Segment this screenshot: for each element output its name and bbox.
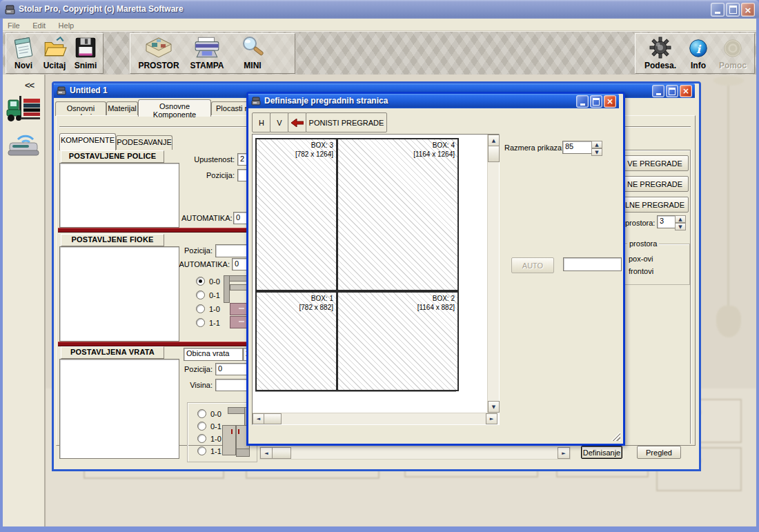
scroll-thumb[interactable] — [272, 447, 291, 459]
menu-edit[interactable]: Edit — [28, 20, 50, 31]
stampa-button[interactable]: STAMPA — [186, 35, 228, 72]
partition-canvas[interactable]: BOX: 3[782 x 1264] BOX: 4[1164 x 1264] B… — [252, 134, 500, 425]
help-icon — [721, 35, 745, 60]
info-icon: i — [687, 35, 710, 60]
prostor-button[interactable]: PROSTOR — [136, 35, 181, 72]
split-vertical-button[interactable]: V — [270, 112, 289, 132]
prostora-item-boxovi[interactable]: pox-ovi — [629, 255, 653, 263]
floppy-icon — [73, 35, 98, 60]
tab-osnovni-podaci[interactable]: Osnovni podaci — [55, 101, 106, 116]
novi-button[interactable]: Novi — [9, 35, 38, 72]
sidebar-collapse-button[interactable]: << — [25, 80, 34, 90]
magnifier-icon — [238, 35, 267, 60]
dialog-close-button[interactable]: × — [604, 95, 616, 108]
prostora-group-title: prostora — [627, 239, 659, 248]
close-button[interactable]: × — [741, 3, 755, 17]
fioke-pozicija-label: Pozicija: — [182, 246, 213, 255]
box-2[interactable]: BOX: 2[1164 x 882] — [337, 291, 459, 391]
dialog-maximize-button[interactable] — [590, 95, 602, 108]
vrata-visina-label: Visina: — [187, 381, 213, 389]
mini-label: MINI — [233, 61, 273, 70]
scroll-left-icon[interactable]: ◄ — [253, 413, 264, 424]
fioke-radio-0-0[interactable]: 0-0 — [196, 277, 220, 286]
mini-button[interactable]: MINI — [233, 35, 273, 72]
menu-file[interactable]: File — [3, 20, 25, 31]
pregled-button[interactable]: Pregled — [637, 446, 681, 459]
toolbar-group-file: Novi Ucitaj Snimi — [6, 33, 103, 74]
scroll-down-icon[interactable]: ▼ — [488, 401, 500, 413]
vrata-radio-0-1[interactable]: 0-1 — [197, 422, 221, 431]
scroll-right-icon[interactable]: ► — [486, 413, 497, 424]
resize-grip[interactable] — [611, 432, 620, 441]
subtab-komponente[interactable]: KOMPONENTE — [59, 133, 116, 150]
razmera-field[interactable]: 85 — [562, 141, 594, 154]
left-sidebar: << — [3, 75, 46, 526]
notepad-icon — [11, 35, 36, 60]
scroll-thumb[interactable] — [264, 413, 282, 424]
pregrade-button-2[interactable]: NE PREGRADE — [621, 176, 689, 192]
canvas-vscrollbar[interactable]: ▲ ▼ — [487, 135, 499, 413]
podesavanja-button[interactable]: Podesa. — [640, 35, 681, 72]
undo-arrow-button[interactable] — [288, 112, 307, 132]
spinner-down-icon[interactable]: ▼ — [591, 148, 602, 156]
police-listbox[interactable] — [59, 163, 179, 228]
vrata-radio-1-1[interactable]: 1-1 — [197, 446, 221, 455]
forklift-icon[interactable] — [6, 92, 41, 124]
box-1[interactable]: BOX: 1[782 x 882] — [255, 291, 337, 391]
ponisti-pregrade-button[interactable]: PONISTI PREGRADE — [306, 112, 387, 132]
prostora-label: prostora: — [625, 219, 655, 227]
fioke-radio-0-1[interactable]: 0-1 — [196, 290, 220, 299]
fioke-listbox[interactable] — [59, 246, 179, 342]
main-window-title: Stolar Pro, Copyright (c) Maretta Softwa… — [19, 4, 184, 14]
scroll-right-icon[interactable]: ► — [558, 447, 570, 459]
pregrade-button-1[interactable]: VE PREGRADE — [621, 155, 689, 171]
scroll-left-icon[interactable]: ◄ — [260, 447, 273, 459]
doc-title: Untitled 1 — [70, 86, 108, 95]
box-3-dim: [782 x 1264] — [295, 150, 333, 159]
spinner-up-icon[interactable]: ▲ — [675, 215, 686, 223]
prostora-item-frontovi[interactable]: frontovi — [629, 267, 653, 275]
box-4-dim: [1164 x 1264] — [413, 150, 455, 159]
tab-materijal[interactable]: Materijal — [106, 101, 138, 116]
tab-osnovne-komponente[interactable]: Osnovne Komponente — [138, 99, 211, 117]
vrata-listbox[interactable] — [59, 359, 179, 459]
dialog-minimize-button[interactable] — [576, 95, 589, 108]
doc-hscrollbar[interactable]: ◄ ► — [259, 446, 571, 460]
room-icon — [143, 35, 175, 60]
fioke-radio-1-0[interactable]: 1-0 — [196, 304, 220, 313]
red-left-arrow-icon — [291, 119, 304, 127]
spinner-down-icon[interactable]: ▼ — [675, 223, 686, 230]
maximize-button[interactable] — [726, 3, 740, 17]
snimi-label: Snimi — [71, 61, 100, 70]
canvas-hscrollbar[interactable]: ◄ ► — [253, 413, 497, 424]
pregrade-button-3[interactable]: LNE PREGRADE — [621, 197, 689, 213]
definisanje-button[interactable]: Definisanje — [581, 446, 622, 459]
scroll-thumb[interactable] — [488, 146, 500, 162]
menu-help[interactable]: Help — [54, 20, 79, 31]
split-horizontal-button[interactable]: H — [252, 112, 271, 132]
auto-value-field[interactable] — [563, 257, 622, 271]
box-4-name: BOX: 4 — [413, 141, 455, 150]
box-4[interactable]: BOX: 4[1164 x 1264] — [337, 138, 459, 291]
vrata-radio-1-0[interactable]: 1-0 — [197, 434, 221, 443]
toolbar-group-settings: Podesa. i Info Pomoc — [635, 33, 755, 74]
doc-minimize-button[interactable] — [652, 85, 664, 97]
doc-close-button[interactable]: × — [680, 85, 692, 97]
minimize-button[interactable] — [711, 3, 724, 17]
scroll-up-icon[interactable]: ▲ — [488, 135, 500, 146]
spinner-up-icon[interactable]: ▲ — [591, 141, 602, 148]
subtab-podesavanje[interactable]: PODESAVANJE — [116, 135, 172, 150]
fioke-radio-1-1[interactable]: 1-1 — [196, 318, 220, 327]
ucitaj-button[interactable]: Ucitaj — [39, 35, 70, 72]
auto-button[interactable]: AUTO — [511, 257, 554, 273]
scanner-icon[interactable] — [6, 128, 41, 159]
police-pozicija-label: Pozicija: — [189, 171, 235, 179]
menubar: File Edit Help — [3, 19, 756, 31]
vrata-radio-0-0[interactable]: 0-0 — [197, 409, 221, 418]
box-3[interactable]: BOX: 3[782 x 1264] — [255, 138, 337, 291]
snimi-button[interactable]: Snimi — [71, 35, 100, 72]
box-1-dim: [782 x 882] — [299, 303, 333, 312]
doc-maximize-button[interactable] — [666, 85, 678, 97]
info-button[interactable]: i Info — [684, 35, 713, 72]
pomoc-button[interactable]: Pomoc — [714, 35, 751, 72]
